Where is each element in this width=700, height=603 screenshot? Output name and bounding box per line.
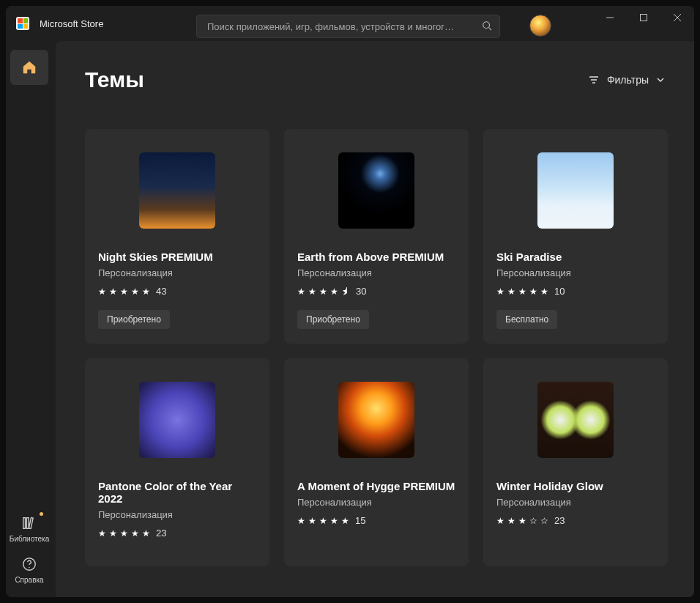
app-window: Microsoft Store Поиск приложений, игр, ф… — [6, 6, 694, 597]
theme-rating: ★★★★★10 — [496, 286, 655, 297]
star-icon: ★ — [319, 286, 327, 297]
search-icon[interactable] — [482, 21, 492, 33]
theme-category: Персонализация — [297, 267, 455, 278]
star-icon: ★ — [120, 286, 128, 297]
star-icon: ★ — [518, 516, 526, 526]
chevron-down-icon — [656, 75, 665, 84]
svg-rect-3 — [641, 15, 647, 21]
star-icon: ★ — [330, 286, 338, 297]
titlebar: Microsoft Store Поиск приложений, игр, ф… — [6, 6, 694, 41]
svg-point-0 — [483, 21, 490, 28]
rating-count: 43 — [156, 286, 166, 297]
svg-line-1 — [489, 27, 492, 30]
theme-thumbnail — [537, 382, 614, 458]
nav-help[interactable]: Справка — [15, 556, 43, 584]
app-body: Библиотека Справка Темы Фильтры Night Sk… — [6, 41, 694, 597]
svg-rect-8 — [29, 518, 33, 529]
nav-library[interactable]: Библиотека — [10, 515, 49, 543]
nav-help-label: Справка — [15, 576, 43, 584]
nav-library-label: Библиотека — [10, 535, 49, 543]
badge-purchased: Приобретено — [297, 310, 369, 329]
star-icon: ★ — [507, 286, 515, 297]
theme-rating: ★★★☆☆23 — [496, 515, 655, 526]
theme-card[interactable]: Night Skies PREMIUMПерсонализация★★★★★43… — [85, 129, 269, 344]
star-icon: ⯨ — [341, 286, 350, 297]
theme-title: Ski Paradise — [496, 251, 655, 263]
theme-title: Pantone Color of the Year 2022 — [98, 480, 256, 505]
themes-grid: Night Skies PREMIUMПерсонализация★★★★★43… — [56, 100, 694, 566]
star-icon: ★ — [297, 286, 305, 297]
star-icon: ★ — [540, 286, 548, 297]
theme-thumbnail — [338, 152, 414, 229]
theme-card[interactable]: Pantone Color of the Year 2022Персонализ… — [85, 358, 269, 566]
star-icon: ★ — [109, 528, 117, 539]
star-icon: ★ — [529, 286, 537, 297]
svg-rect-6 — [23, 518, 26, 529]
search-input[interactable]: Поиск приложений, игр, фильмов, устройст… — [196, 15, 500, 38]
theme-card[interactable]: A Moment of Hygge PREMIUMПерсонализация★… — [284, 358, 469, 566]
star-icon: ★ — [142, 286, 150, 297]
theme-category: Персонализация — [98, 509, 256, 520]
theme-thumbnail — [139, 152, 215, 229]
theme-rating: ★★★★★15 — [297, 515, 455, 526]
window-controls — [593, 6, 694, 35]
search-placeholder: Поиск приложений, игр, фильмов, устройст… — [207, 21, 482, 32]
star-icon: ★ — [120, 528, 128, 539]
filters-button[interactable]: Фильтры — [588, 74, 665, 86]
theme-rating: ★★★★⯨30 — [297, 286, 455, 297]
theme-rating: ★★★★★23 — [98, 528, 256, 539]
minimize-button[interactable] — [593, 6, 627, 29]
app-title: Microsoft Store — [40, 18, 103, 29]
star-icon: ★ — [496, 286, 504, 297]
star-icon: ★ — [142, 528, 150, 539]
theme-card[interactable]: Earth from Above PREMIUMПерсонализация★★… — [284, 129, 469, 344]
star-icon: ★ — [507, 516, 515, 526]
star-icon: ★ — [297, 516, 305, 526]
page-title: Темы — [85, 67, 144, 92]
content-area[interactable]: Темы Фильтры Night Skies PREMIUMПерсонал… — [56, 41, 694, 597]
star-icon: ★ — [131, 286, 139, 297]
star-icon: ★ — [98, 286, 106, 297]
star-icon: ★ — [518, 286, 526, 297]
theme-thumbnail — [537, 152, 614, 229]
rating-count: 15 — [355, 515, 365, 526]
theme-category: Персонализация — [496, 267, 655, 278]
svg-point-10 — [29, 567, 29, 568]
star-icon: ☆ — [529, 516, 537, 526]
star-icon: ★ — [109, 286, 117, 297]
store-icon — [16, 17, 29, 30]
theme-rating: ★★★★★43 — [98, 286, 256, 297]
star-icon: ★ — [496, 516, 504, 526]
sidebar: Библиотека Справка — [6, 41, 53, 597]
filter-icon — [588, 74, 600, 86]
theme-category: Персонализация — [496, 497, 655, 508]
theme-card[interactable]: Winter Holiday GlowПерсонализация★★★☆☆23 — [483, 358, 668, 566]
theme-thumbnail — [139, 382, 215, 458]
maximize-button[interactable] — [627, 6, 660, 29]
svg-rect-7 — [26, 518, 29, 529]
update-dot-icon — [40, 512, 43, 516]
star-icon: ★ — [131, 528, 139, 539]
theme-title: Winter Holiday Glow — [496, 480, 655, 492]
star-icon: ★ — [341, 516, 349, 526]
nav-home[interactable] — [10, 50, 48, 85]
rating-count: 10 — [554, 286, 565, 297]
theme-title: Earth from Above PREMIUM — [297, 251, 455, 263]
star-icon: ★ — [98, 528, 106, 539]
filters-label: Фильтры — [607, 74, 649, 86]
theme-category: Персонализация — [297, 497, 455, 508]
avatar[interactable] — [529, 15, 551, 37]
theme-thumbnail — [338, 382, 414, 458]
close-button[interactable] — [660, 6, 694, 29]
page-header: Темы Фильтры — [56, 41, 694, 100]
theme-title: A Moment of Hygge PREMIUM — [297, 480, 455, 492]
star-icon: ★ — [308, 516, 316, 526]
badge-free: Бесплатно — [496, 310, 557, 329]
rating-count: 30 — [356, 286, 366, 297]
star-icon: ★ — [330, 516, 338, 526]
star-icon: ★ — [319, 516, 327, 526]
theme-card[interactable]: Ski ParadiseПерсонализация★★★★★10Бесплат… — [483, 129, 668, 344]
theme-category: Персонализация — [98, 267, 256, 278]
rating-count: 23 — [156, 528, 166, 539]
rating-count: 23 — [554, 515, 565, 526]
